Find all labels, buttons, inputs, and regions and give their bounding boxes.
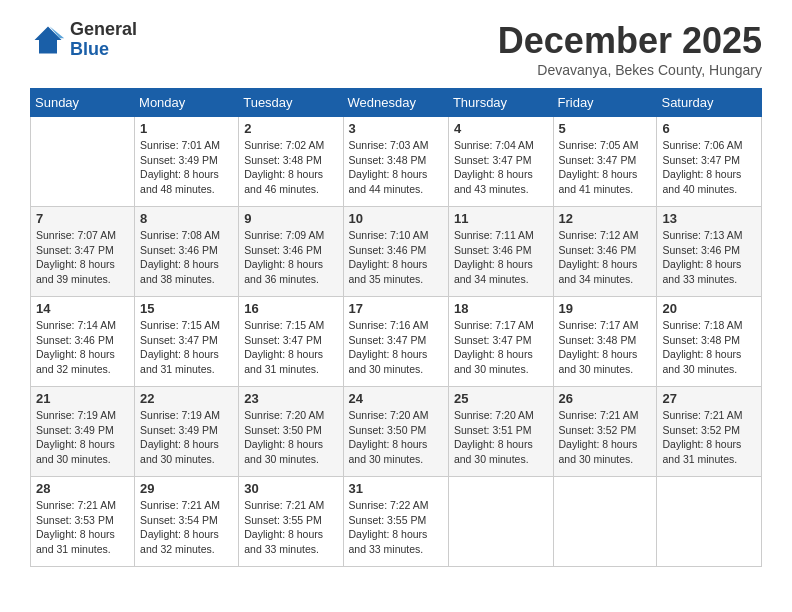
calendar-cell: 23Sunrise: 7:20 AMSunset: 3:50 PMDayligh… bbox=[239, 387, 343, 477]
calendar-cell: 30Sunrise: 7:21 AMSunset: 3:55 PMDayligh… bbox=[239, 477, 343, 567]
day-info: Sunrise: 7:19 AMSunset: 3:49 PMDaylight:… bbox=[36, 408, 129, 467]
column-header-friday: Friday bbox=[553, 89, 657, 117]
calendar-cell: 5Sunrise: 7:05 AMSunset: 3:47 PMDaylight… bbox=[553, 117, 657, 207]
calendar-cell: 24Sunrise: 7:20 AMSunset: 3:50 PMDayligh… bbox=[343, 387, 448, 477]
day-number: 21 bbox=[36, 391, 129, 406]
day-info: Sunrise: 7:17 AMSunset: 3:48 PMDaylight:… bbox=[559, 318, 652, 377]
calendar-cell: 3Sunrise: 7:03 AMSunset: 3:48 PMDaylight… bbox=[343, 117, 448, 207]
day-info: Sunrise: 7:04 AMSunset: 3:47 PMDaylight:… bbox=[454, 138, 548, 197]
header: General Blue December 2025 Devavanya, Be… bbox=[30, 20, 762, 78]
day-number: 4 bbox=[454, 121, 548, 136]
calendar-cell: 21Sunrise: 7:19 AMSunset: 3:49 PMDayligh… bbox=[31, 387, 135, 477]
day-info: Sunrise: 7:21 AMSunset: 3:53 PMDaylight:… bbox=[36, 498, 129, 557]
day-info: Sunrise: 7:07 AMSunset: 3:47 PMDaylight:… bbox=[36, 228, 129, 287]
title-area: December 2025 Devavanya, Bekes County, H… bbox=[498, 20, 762, 78]
calendar-cell: 19Sunrise: 7:17 AMSunset: 3:48 PMDayligh… bbox=[553, 297, 657, 387]
calendar-cell bbox=[448, 477, 553, 567]
day-number: 19 bbox=[559, 301, 652, 316]
column-header-wednesday: Wednesday bbox=[343, 89, 448, 117]
day-number: 16 bbox=[244, 301, 337, 316]
day-info: Sunrise: 7:21 AMSunset: 3:54 PMDaylight:… bbox=[140, 498, 233, 557]
day-info: Sunrise: 7:01 AMSunset: 3:49 PMDaylight:… bbox=[140, 138, 233, 197]
day-info: Sunrise: 7:20 AMSunset: 3:51 PMDaylight:… bbox=[454, 408, 548, 467]
day-number: 11 bbox=[454, 211, 548, 226]
day-info: Sunrise: 7:22 AMSunset: 3:55 PMDaylight:… bbox=[349, 498, 443, 557]
day-info: Sunrise: 7:14 AMSunset: 3:46 PMDaylight:… bbox=[36, 318, 129, 377]
day-number: 13 bbox=[662, 211, 756, 226]
day-info: Sunrise: 7:16 AMSunset: 3:47 PMDaylight:… bbox=[349, 318, 443, 377]
day-number: 18 bbox=[454, 301, 548, 316]
day-info: Sunrise: 7:21 AMSunset: 3:55 PMDaylight:… bbox=[244, 498, 337, 557]
day-info: Sunrise: 7:17 AMSunset: 3:47 PMDaylight:… bbox=[454, 318, 548, 377]
day-number: 2 bbox=[244, 121, 337, 136]
svg-marker-0 bbox=[35, 26, 62, 53]
calendar-cell: 1Sunrise: 7:01 AMSunset: 3:49 PMDaylight… bbox=[135, 117, 239, 207]
day-number: 17 bbox=[349, 301, 443, 316]
week-row-3: 21Sunrise: 7:19 AMSunset: 3:49 PMDayligh… bbox=[31, 387, 762, 477]
week-row-0: 1Sunrise: 7:01 AMSunset: 3:49 PMDaylight… bbox=[31, 117, 762, 207]
day-number: 25 bbox=[454, 391, 548, 406]
day-number: 7 bbox=[36, 211, 129, 226]
day-info: Sunrise: 7:11 AMSunset: 3:46 PMDaylight:… bbox=[454, 228, 548, 287]
day-info: Sunrise: 7:19 AMSunset: 3:49 PMDaylight:… bbox=[140, 408, 233, 467]
day-number: 30 bbox=[244, 481, 337, 496]
calendar-cell: 10Sunrise: 7:10 AMSunset: 3:46 PMDayligh… bbox=[343, 207, 448, 297]
day-number: 24 bbox=[349, 391, 443, 406]
calendar-cell bbox=[31, 117, 135, 207]
day-info: Sunrise: 7:15 AMSunset: 3:47 PMDaylight:… bbox=[140, 318, 233, 377]
day-info: Sunrise: 7:05 AMSunset: 3:47 PMDaylight:… bbox=[559, 138, 652, 197]
calendar-cell: 18Sunrise: 7:17 AMSunset: 3:47 PMDayligh… bbox=[448, 297, 553, 387]
day-number: 15 bbox=[140, 301, 233, 316]
column-header-saturday: Saturday bbox=[657, 89, 762, 117]
day-info: Sunrise: 7:12 AMSunset: 3:46 PMDaylight:… bbox=[559, 228, 652, 287]
month-title: December 2025 bbox=[498, 20, 762, 62]
week-row-4: 28Sunrise: 7:21 AMSunset: 3:53 PMDayligh… bbox=[31, 477, 762, 567]
day-info: Sunrise: 7:13 AMSunset: 3:46 PMDaylight:… bbox=[662, 228, 756, 287]
day-info: Sunrise: 7:20 AMSunset: 3:50 PMDaylight:… bbox=[349, 408, 443, 467]
calendar-cell: 8Sunrise: 7:08 AMSunset: 3:46 PMDaylight… bbox=[135, 207, 239, 297]
day-info: Sunrise: 7:09 AMSunset: 3:46 PMDaylight:… bbox=[244, 228, 337, 287]
day-number: 26 bbox=[559, 391, 652, 406]
day-number: 12 bbox=[559, 211, 652, 226]
logo-text: General Blue bbox=[70, 20, 137, 60]
calendar-header-row: SundayMondayTuesdayWednesdayThursdayFrid… bbox=[31, 89, 762, 117]
logo: General Blue bbox=[30, 20, 137, 60]
day-number: 20 bbox=[662, 301, 756, 316]
day-info: Sunrise: 7:03 AMSunset: 3:48 PMDaylight:… bbox=[349, 138, 443, 197]
day-number: 5 bbox=[559, 121, 652, 136]
day-info: Sunrise: 7:20 AMSunset: 3:50 PMDaylight:… bbox=[244, 408, 337, 467]
day-info: Sunrise: 7:21 AMSunset: 3:52 PMDaylight:… bbox=[662, 408, 756, 467]
calendar-cell: 20Sunrise: 7:18 AMSunset: 3:48 PMDayligh… bbox=[657, 297, 762, 387]
day-number: 22 bbox=[140, 391, 233, 406]
day-number: 14 bbox=[36, 301, 129, 316]
day-info: Sunrise: 7:18 AMSunset: 3:48 PMDaylight:… bbox=[662, 318, 756, 377]
calendar-cell: 7Sunrise: 7:07 AMSunset: 3:47 PMDaylight… bbox=[31, 207, 135, 297]
day-info: Sunrise: 7:08 AMSunset: 3:46 PMDaylight:… bbox=[140, 228, 233, 287]
subtitle: Devavanya, Bekes County, Hungary bbox=[498, 62, 762, 78]
day-number: 9 bbox=[244, 211, 337, 226]
day-info: Sunrise: 7:06 AMSunset: 3:47 PMDaylight:… bbox=[662, 138, 756, 197]
calendar-cell: 9Sunrise: 7:09 AMSunset: 3:46 PMDaylight… bbox=[239, 207, 343, 297]
calendar-cell: 17Sunrise: 7:16 AMSunset: 3:47 PMDayligh… bbox=[343, 297, 448, 387]
calendar-cell: 6Sunrise: 7:06 AMSunset: 3:47 PMDaylight… bbox=[657, 117, 762, 207]
calendar-cell: 16Sunrise: 7:15 AMSunset: 3:47 PMDayligh… bbox=[239, 297, 343, 387]
calendar-cell: 13Sunrise: 7:13 AMSunset: 3:46 PMDayligh… bbox=[657, 207, 762, 297]
column-header-sunday: Sunday bbox=[31, 89, 135, 117]
calendar-cell: 12Sunrise: 7:12 AMSunset: 3:46 PMDayligh… bbox=[553, 207, 657, 297]
calendar-cell: 15Sunrise: 7:15 AMSunset: 3:47 PMDayligh… bbox=[135, 297, 239, 387]
calendar-cell: 26Sunrise: 7:21 AMSunset: 3:52 PMDayligh… bbox=[553, 387, 657, 477]
calendar-cell: 31Sunrise: 7:22 AMSunset: 3:55 PMDayligh… bbox=[343, 477, 448, 567]
calendar-cell: 4Sunrise: 7:04 AMSunset: 3:47 PMDaylight… bbox=[448, 117, 553, 207]
column-header-thursday: Thursday bbox=[448, 89, 553, 117]
column-header-tuesday: Tuesday bbox=[239, 89, 343, 117]
calendar-cell: 25Sunrise: 7:20 AMSunset: 3:51 PMDayligh… bbox=[448, 387, 553, 477]
day-number: 29 bbox=[140, 481, 233, 496]
day-number: 1 bbox=[140, 121, 233, 136]
calendar-cell: 2Sunrise: 7:02 AMSunset: 3:48 PMDaylight… bbox=[239, 117, 343, 207]
logo-icon bbox=[30, 22, 66, 58]
calendar-cell: 29Sunrise: 7:21 AMSunset: 3:54 PMDayligh… bbox=[135, 477, 239, 567]
day-number: 10 bbox=[349, 211, 443, 226]
week-row-1: 7Sunrise: 7:07 AMSunset: 3:47 PMDaylight… bbox=[31, 207, 762, 297]
day-number: 23 bbox=[244, 391, 337, 406]
calendar-cell bbox=[657, 477, 762, 567]
